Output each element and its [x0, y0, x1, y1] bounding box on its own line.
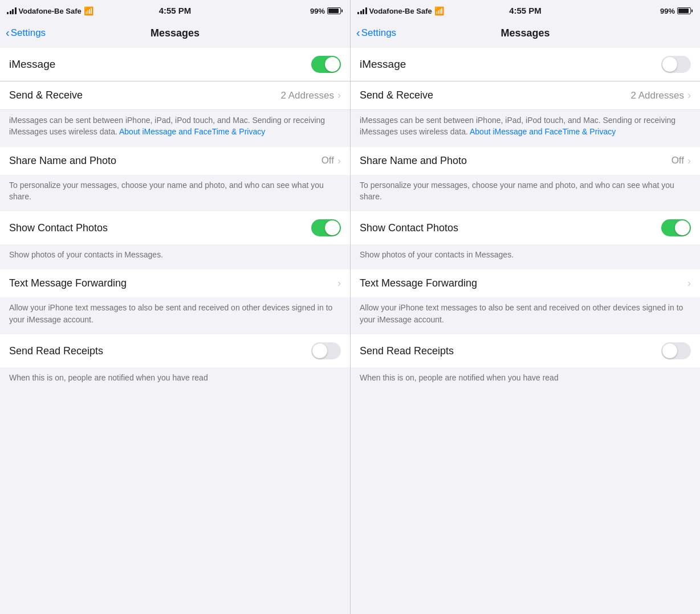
- desc5-area-right: When this is on, people are notified whe…: [351, 367, 700, 392]
- battery-icon-r: [677, 7, 691, 14]
- toggle-knob: [662, 343, 677, 358]
- time-display: 4:55 PM: [159, 6, 192, 16]
- tmf-label-left: Text Message Forwarding: [9, 277, 127, 289]
- tmf-label-right: Text Message Forwarding: [360, 277, 477, 289]
- contact-photos-label-left: Show Contact Photos: [9, 222, 108, 234]
- carrier-label: Vodafone-Be Safe: [19, 7, 82, 15]
- imessage-privacy-link-right[interactable]: About iMessage and FaceTime & Privacy: [470, 127, 616, 136]
- nav-bar-right: ‹ Settings Messages: [351, 21, 700, 48]
- desc4-area-left: Allow your iPhone text messages to also …: [0, 297, 350, 334]
- desc2-area-left: To personalize your messages, choose you…: [0, 175, 350, 212]
- share-name-value-right: Off ›: [671, 155, 691, 167]
- desc2-area-right: To personalize your messages, choose you…: [351, 175, 700, 212]
- imessage-label-left: iMessage: [9, 58, 55, 71]
- toggle-knob: [662, 57, 677, 72]
- imessage-row-right: iMessage: [360, 48, 691, 81]
- share-name-row-left[interactable]: Share Name and Photo Off ›: [0, 147, 350, 175]
- share-name-label-left: Share Name and Photo: [9, 155, 116, 167]
- desc3-text-left: Show photos of your contacts in Messages…: [9, 249, 341, 260]
- send-receive-row-right[interactable]: Send & Receive 2 Addresses ›: [351, 81, 700, 110]
- toggle-knob: [675, 220, 690, 235]
- desc5-area-left: When this is on, people are notified whe…: [0, 367, 350, 392]
- content-left: iMessage Send & Receive 2 Addresses › iM…: [0, 48, 350, 614]
- back-label-left: Settings: [11, 27, 46, 39]
- battery-icon: [327, 7, 341, 14]
- imessage-label-right: iMessage: [360, 58, 406, 71]
- desc1-text-right: iMessages can be sent between iPhone, iP…: [360, 114, 691, 138]
- nav-bar-left: ‹ Settings Messages: [0, 21, 350, 48]
- srr-label-left: Send Read Receipts: [9, 345, 103, 357]
- nav-title-left: Messages: [150, 27, 200, 39]
- imessage-row-left: iMessage: [9, 48, 341, 81]
- srr-toggle-left[interactable]: [311, 342, 341, 359]
- chevron-icon: ›: [687, 155, 691, 167]
- chevron-icon: ›: [337, 89, 341, 101]
- desc5-text-right: When this is on, people are notified whe…: [360, 372, 691, 383]
- chevron-icon: ›: [687, 277, 691, 289]
- battery-area-r: 99%: [660, 7, 691, 15]
- carrier-label-r: Vodafone-Be Safe: [369, 7, 432, 15]
- desc1-text-left: iMessages can be sent between iPhone, iP…: [9, 114, 341, 138]
- gray-section-left: Send & Receive 2 Addresses › iMessages c…: [0, 81, 350, 392]
- status-left: Vodafone-Be Safe 📶: [7, 6, 93, 15]
- imessage-section-right: iMessage: [351, 48, 700, 81]
- tmf-row-right[interactable]: Text Message Forwarding ›: [351, 269, 700, 297]
- signal-icon: [357, 7, 367, 14]
- tmf-value-left: ›: [336, 277, 341, 289]
- srr-label-right: Send Read Receipts: [360, 345, 454, 357]
- nav-title-right: Messages: [500, 27, 550, 39]
- signal-icon: [7, 7, 17, 14]
- send-receive-value-left: 2 Addresses ›: [280, 89, 341, 101]
- desc2-text-left: To personalize your messages, choose you…: [9, 179, 341, 203]
- imessage-toggle-right[interactable]: [661, 56, 691, 73]
- toggle-knob: [325, 57, 340, 72]
- desc3-text-right: Show photos of your contacts in Messages…: [360, 249, 691, 260]
- wifi-icon-r: 📶: [434, 6, 444, 15]
- toggle-knob: [312, 343, 327, 358]
- desc2-text-right: To personalize your messages, choose you…: [360, 179, 691, 203]
- time-display-r: 4:55 PM: [509, 6, 542, 16]
- chevron-icon: ›: [337, 155, 341, 167]
- desc1-area-right: iMessages can be sent between iPhone, iP…: [351, 110, 700, 147]
- contact-photos-toggle-left[interactable]: [311, 219, 341, 236]
- contact-photos-row-right[interactable]: Show Contact Photos: [351, 211, 700, 244]
- right-panel: Vodafone-Be Safe 📶 4:55 PM 99% ‹ Setting…: [350, 0, 700, 614]
- send-receive-row-left[interactable]: Send & Receive 2 Addresses ›: [0, 81, 350, 110]
- contact-photos-label-right: Show Contact Photos: [360, 222, 458, 234]
- back-chevron-icon: ‹: [6, 26, 10, 39]
- share-name-value-left: Off ›: [321, 155, 341, 167]
- back-button-right[interactable]: ‹ Settings: [356, 27, 396, 39]
- tmf-row-left[interactable]: Text Message Forwarding ›: [0, 269, 350, 297]
- share-name-label-right: Share Name and Photo: [360, 155, 467, 167]
- back-chevron-icon-r: ‹: [356, 26, 360, 39]
- back-button-left[interactable]: ‹ Settings: [6, 27, 46, 39]
- srr-row-right[interactable]: Send Read Receipts: [351, 334, 700, 367]
- chevron-icon: ›: [337, 277, 341, 289]
- status-left-r: Vodafone-Be Safe 📶: [357, 6, 444, 15]
- desc3-area-right: Show photos of your contacts in Messages…: [351, 244, 700, 269]
- imessage-section-left: iMessage: [0, 48, 350, 81]
- back-label-right: Settings: [361, 27, 396, 39]
- share-name-row-right[interactable]: Share Name and Photo Off ›: [351, 147, 700, 175]
- battery-area: 99%: [310, 7, 341, 15]
- srr-row-left[interactable]: Send Read Receipts: [0, 334, 350, 367]
- imessage-toggle-left[interactable]: [311, 56, 341, 73]
- desc4-area-right: Allow your iPhone text messages to also …: [351, 297, 700, 334]
- contact-photos-row-left[interactable]: Show Contact Photos: [0, 211, 350, 244]
- desc4-text-right: Allow your iPhone text messages to also …: [360, 302, 691, 325]
- send-receive-value-right: 2 Addresses ›: [630, 89, 691, 101]
- content-right: iMessage Send & Receive 2 Addresses › iM…: [351, 48, 700, 614]
- toggle-knob: [325, 220, 340, 235]
- chevron-icon: ›: [687, 89, 691, 101]
- tmf-value-right: ›: [686, 277, 691, 289]
- imessage-privacy-link-left[interactable]: About iMessage and FaceTime & Privacy: [119, 127, 265, 136]
- wifi-icon: 📶: [84, 6, 93, 15]
- send-receive-label-left: Send & Receive: [9, 89, 83, 101]
- gray-section-right: Send & Receive 2 Addresses › iMessages c…: [351, 81, 700, 392]
- contact-photos-toggle-right[interactable]: [661, 219, 691, 236]
- srr-toggle-right[interactable]: [661, 342, 691, 359]
- desc3-area-left: Show photos of your contacts in Messages…: [0, 244, 350, 269]
- desc1-area-left: iMessages can be sent between iPhone, iP…: [0, 110, 350, 147]
- left-panel: Vodafone-Be Safe 📶 4:55 PM 99% ‹ Setting…: [0, 0, 350, 614]
- desc5-text-left: When this is on, people are notified whe…: [9, 372, 341, 383]
